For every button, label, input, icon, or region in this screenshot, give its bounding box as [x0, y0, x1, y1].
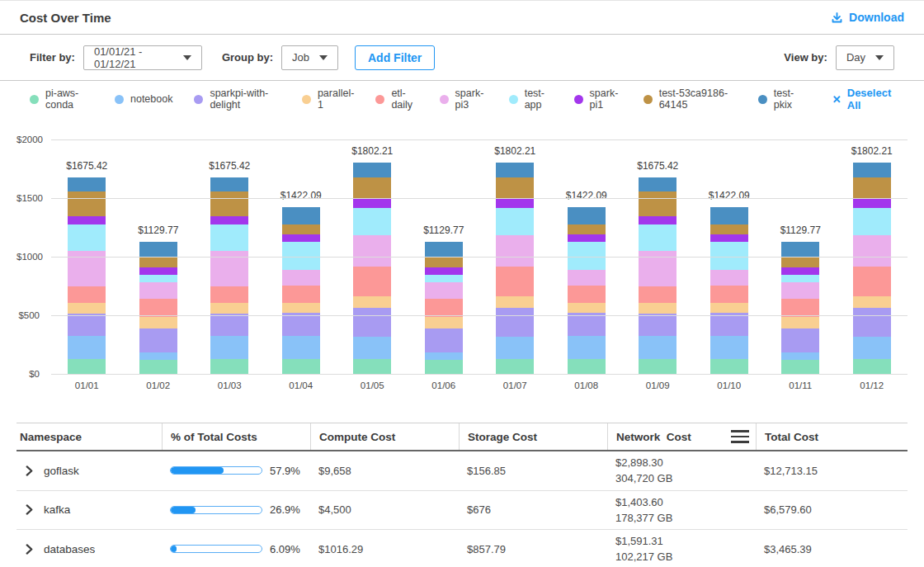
bar-segment-spark-pi1[interactable] — [425, 267, 463, 275]
bar-segment-notebook[interactable] — [68, 336, 106, 359]
bar-segment-spark-pi1[interactable] — [353, 198, 391, 207]
bar-segment-notebook[interactable] — [425, 352, 463, 360]
bar-segment-spark-pi1[interactable] — [496, 198, 534, 207]
bar-segment-parallel-1[interactable] — [568, 303, 606, 313]
bar-segment-etl-daily[interactable] — [781, 299, 819, 317]
bar-segment-sparkpi-with-delight[interactable] — [568, 313, 606, 336]
bar-segment-test-app[interactable] — [853, 208, 891, 235]
legend-item-spark-pi1[interactable]: spark-pi1 — [574, 87, 622, 111]
bar-segment-pi-aws-conda[interactable] — [68, 359, 106, 374]
bar-segment-pi-aws-conda[interactable] — [568, 359, 606, 374]
bar-segment-etl-daily[interactable] — [139, 299, 177, 317]
bar-segment-notebook[interactable] — [496, 337, 534, 360]
bar-segment-sparkpi-with-delight[interactable] — [710, 313, 748, 336]
bar-segment-parallel-1[interactable] — [496, 296, 534, 308]
bar-segment-spark-pi1[interactable] — [282, 234, 320, 242]
bar-segment-test-pkix[interactable] — [353, 163, 391, 177]
bar-segment-parallel-1[interactable] — [210, 303, 248, 314]
bar-segment-sparkpi-with-delight[interactable] — [68, 314, 106, 336]
bar-segment-sparkpi-with-delight[interactable] — [496, 308, 534, 337]
stacked-bar-01/06[interactable] — [425, 242, 463, 374]
group-by-select[interactable]: Job — [281, 45, 338, 70]
bar-segment-test-53ca9186-64145[interactable] — [425, 258, 463, 268]
bar-segment-parallel-1[interactable] — [68, 303, 106, 314]
bar-segment-test-pkix[interactable] — [853, 163, 891, 177]
bar-segment-test-pkix[interactable] — [282, 207, 320, 224]
bar-segment-spark-pi1[interactable] — [639, 216, 676, 224]
bar-segment-test-pkix[interactable] — [210, 177, 248, 191]
stacked-bar-01/08[interactable] — [568, 207, 606, 374]
chevron-right-icon[interactable] — [25, 544, 34, 555]
bar-segment-etl-daily[interactable] — [639, 286, 676, 304]
bar-segment-pi-aws-conda[interactable] — [639, 359, 676, 374]
bar-segment-spark-pi3[interactable] — [139, 282, 177, 299]
col-header-compute-cost[interactable]: Compute Cost — [310, 423, 459, 450]
date-range-select[interactable]: 01/01/21 - 01/12/21 — [83, 45, 202, 70]
bar-segment-parallel-1[interactable] — [781, 317, 819, 328]
col-header-network-cost[interactable]: Network Cost — [607, 423, 756, 450]
bar-segment-test-53ca9186-64145[interactable] — [282, 224, 320, 234]
bar-segment-test-pkix[interactable] — [568, 207, 606, 224]
legend-item-parallel-1[interactable]: parallel-1 — [302, 87, 354, 111]
stacked-bar-01/10[interactable] — [710, 207, 748, 374]
bar-segment-notebook[interactable] — [210, 336, 248, 359]
bar-segment-test-53ca9186-64145[interactable] — [139, 258, 177, 268]
legend-item-etl-daily[interactable]: etl-daily — [375, 87, 417, 111]
stacked-bar-01/05[interactable] — [353, 163, 391, 374]
bar-segment-etl-daily[interactable] — [353, 267, 391, 296]
chevron-right-icon[interactable] — [25, 465, 34, 476]
deselect-all-button[interactable]: ✕Deselect All — [832, 87, 894, 111]
bar-segment-test-app[interactable] — [139, 275, 177, 282]
col-header-total-cost[interactable]: Total Cost — [756, 423, 908, 450]
download-button[interactable]: Download — [831, 11, 904, 24]
bar-segment-etl-daily[interactable] — [425, 299, 463, 317]
stacked-bar-01/12[interactable] — [853, 163, 891, 374]
bar-segment-etl-daily[interactable] — [496, 267, 534, 296]
bar-segment-test-pkix[interactable] — [781, 242, 819, 258]
bar-segment-spark-pi3[interactable] — [353, 235, 391, 267]
bar-segment-spark-pi1[interactable] — [68, 216, 106, 224]
bar-segment-spark-pi3[interactable] — [853, 235, 891, 267]
bar-segment-test-53ca9186-64145[interactable] — [568, 224, 606, 234]
bar-segment-spark-pi3[interactable] — [710, 270, 748, 286]
stacked-bar-01/11[interactable] — [781, 242, 819, 374]
bar-segment-sparkpi-with-delight[interactable] — [139, 328, 177, 352]
legend-item-notebook[interactable]: notebook — [115, 93, 172, 105]
stacked-bar-01/01[interactable] — [68, 177, 106, 374]
bar-segment-spark-pi1[interactable] — [710, 234, 748, 242]
bar-segment-etl-daily[interactable] — [210, 286, 248, 304]
bar-segment-etl-daily[interactable] — [710, 286, 748, 303]
bar-segment-test-53ca9186-64145[interactable] — [781, 258, 819, 268]
bar-segment-sparkpi-with-delight[interactable] — [353, 308, 391, 337]
bar-segment-sparkpi-with-delight[interactable] — [781, 328, 819, 352]
bar-segment-test-app[interactable] — [68, 224, 106, 252]
bar-segment-notebook[interactable] — [639, 336, 676, 359]
col-header-storage-cost[interactable]: Storage Cost — [459, 423, 607, 450]
bar-segment-test-pkix[interactable] — [425, 242, 463, 258]
legend-item-sparkpi-with-delight[interactable]: sparkpi-with-delight — [194, 87, 280, 111]
stacked-bar-01/03[interactable] — [210, 177, 248, 374]
bar-segment-spark-pi3[interactable] — [496, 235, 534, 267]
bar-segment-etl-daily[interactable] — [853, 267, 891, 296]
bar-segment-parallel-1[interactable] — [282, 303, 320, 313]
table-row-kafka[interactable]: kafka26.9%$4,500$676$1,403.60178,377 GB$… — [16, 491, 908, 531]
legend-item-pi-aws-conda[interactable]: pi-aws-conda — [30, 87, 93, 111]
bar-segment-test-app[interactable] — [425, 275, 463, 282]
bar-segment-spark-pi3[interactable] — [425, 282, 463, 299]
menu-icon[interactable] — [731, 430, 749, 443]
add-filter-button[interactable]: Add Filter — [355, 45, 435, 70]
bar-segment-test-pkix[interactable] — [710, 207, 748, 224]
bar-segment-test-53ca9186-64145[interactable] — [496, 177, 534, 199]
bar-segment-notebook[interactable] — [781, 352, 819, 360]
bar-segment-pi-aws-conda[interactable] — [139, 360, 177, 374]
bar-segment-parallel-1[interactable] — [853, 296, 891, 308]
bar-segment-etl-daily[interactable] — [568, 286, 606, 303]
bar-segment-pi-aws-conda[interactable] — [853, 359, 891, 374]
chevron-right-icon[interactable] — [25, 504, 34, 515]
bar-segment-spark-pi1[interactable] — [568, 234, 606, 242]
bar-segment-test-53ca9186-64145[interactable] — [639, 191, 676, 216]
bar-segment-test-app[interactable] — [496, 208, 534, 235]
bar-segment-test-pkix[interactable] — [68, 177, 106, 191]
bar-segment-spark-pi3[interactable] — [568, 270, 606, 286]
bar-segment-notebook[interactable] — [353, 337, 391, 360]
